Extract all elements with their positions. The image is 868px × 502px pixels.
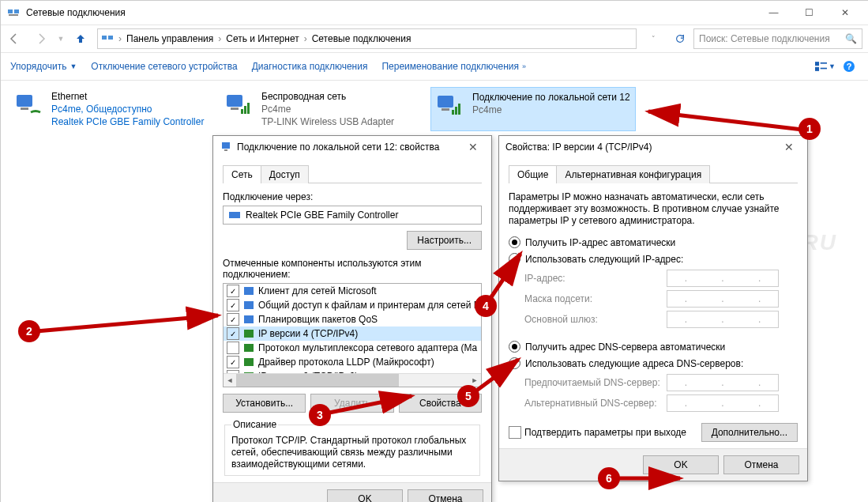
breadcrumb-dropdown[interactable]: ˅ [640,27,667,51]
component-label: IP версии 4 (TCP/IPv4) [258,328,358,339]
listbox-scrollbar-horizontal[interactable]: ◄ ► [224,373,481,387]
component-label: Планировщик пакетов QoS [258,314,378,325]
refresh-button[interactable] [667,27,693,51]
close-icon[interactable]: ✕ [461,141,485,153]
svg-rect-16 [244,106,246,114]
components-listbox[interactable]: ✓Клиент для сетей Microsoft✓Общий доступ… [223,283,482,387]
radio-dns-manual[interactable]: Использовать следующие адреса DNS-сервер… [509,357,798,369]
nav-back-button[interactable] [1,27,28,51]
ipv4-properties-dialog: Свойства: IP версии 4 (TCP/IPv4) ✕ Общие… [498,135,808,481]
tab-general[interactable]: Общие [509,165,557,183]
tab-access[interactable]: Доступ [261,165,309,183]
checkbox-icon[interactable]: ✓ [227,299,239,311]
cancel-button[interactable]: Отмена [408,489,483,502]
checkbox-icon[interactable] [227,342,239,354]
nav-up-button[interactable] [67,27,94,51]
dialog-titlebar[interactable]: Свойства: IP версии 4 (TCP/IPv4) ✕ [499,136,807,158]
component-label: Протокол мультиплексора сетевого адаптер… [258,342,477,353]
breadcrumb-item[interactable]: Сеть и Интернет [226,33,299,44]
protocol-icon [242,342,255,354]
checkbox-icon[interactable]: ✓ [227,285,239,297]
ok-button[interactable]: OK [643,455,719,474]
wifi-icon [434,91,466,123]
connection-item-ethernet[interactable]: Ethernet Pc4me, Общедоступно Realtek PCI… [10,87,214,131]
svg-rect-18 [438,96,453,108]
component-label: Клиент для сетей Microsoft [258,285,377,296]
nav-history-dropdown[interactable]: ▼ [54,27,67,51]
breadcrumb-item[interactable]: Сетевые подключения [312,33,411,44]
subnet-mask-input: ... [667,290,779,308]
close-icon[interactable]: ✕ [777,141,801,153]
view-options-button[interactable]: ▼ [815,56,836,77]
diagnose-button[interactable]: Диагностика подключения [252,61,368,72]
nav-forward-button[interactable] [28,27,54,51]
confirm-label: Подтвердить параметры при выходе [524,427,686,438]
dialog-title: Подключение по локальной сети 12: свойст… [237,142,461,153]
organize-menu[interactable]: Упорядочить▼ [10,61,77,72]
install-button[interactable]: Установить... [223,394,306,413]
help-button[interactable]: ? [839,56,859,77]
dns2-label: Альтернативный DNS-сервер: [524,398,667,409]
connection-name: Беспроводная сеть [261,90,394,103]
component-row[interactable]: ✓IP версии 4 (TCP/IPv4) [224,326,481,341]
svg-rect-12 [21,108,28,110]
adapter-field: Realtek PCIe GBE Family Controller [223,206,482,225]
connection-properties-dialog: Подключение по локальной сети 12: свойст… [212,135,492,502]
rename-button[interactable]: Переименование подключения» [381,61,526,72]
description-text: Протокол TCP/IP. Стандартный протокол гл… [231,435,473,470]
connection-status: Pc4me [261,103,394,115]
breadcrumb[interactable]: › Панель управления › Сеть и Интернет › … [97,28,637,49]
radio-icon [509,357,520,369]
protocol-icon [242,299,255,311]
component-row[interactable]: ✓Общий доступ к файлам и принтерам для с… [224,298,481,312]
component-row[interactable]: ✓Планировщик пакетов QoS [224,312,481,326]
subnet-mask-label: Маска подсети: [524,293,667,304]
protocol-icon [242,313,255,326]
network-icon [220,141,232,153]
checkbox-icon[interactable]: ✓ [227,313,239,326]
search-icon: 🔍 [845,33,857,44]
scroll-left-button[interactable]: ◄ [224,374,236,387]
disable-device-button[interactable]: Отключение сетевого устройства [91,61,237,72]
connection-item-wireless[interactable]: Беспроводная сеть Pc4me TP-LINK Wireless… [220,87,424,131]
breadcrumb-item[interactable]: Панель управления [126,33,213,44]
search-input[interactable]: Поиск: Сетевые подключения 🔍 [693,28,862,49]
tabs: Сеть Доступ [223,164,482,183]
cancel-button[interactable]: Отмена [723,455,799,474]
connection-item-local-12[interactable]: Подключение по локальной сети 12 Pc4me [430,87,636,131]
close-button[interactable]: ✕ [827,1,862,25]
svg-rect-4 [108,36,113,40]
configure-button[interactable]: Настроить... [407,231,482,250]
gateway-input: ... [667,311,779,328]
connections-list: Ethernet Pc4me, Общедоступно Realtek PCI… [1,81,868,138]
component-row[interactable]: ✓Клиент для сетей Microsoft [224,284,481,298]
svg-rect-1 [14,9,19,13]
ok-button[interactable]: OK [327,489,403,502]
component-row[interactable]: Протокол мультиплексора сетевого адаптер… [224,341,481,355]
svg-rect-22 [458,104,460,115]
minimize-button[interactable]: — [756,1,791,25]
svg-rect-27 [244,301,254,309]
ip-address-input: ... [667,270,779,287]
tab-alt-config[interactable]: Альтернативная конфигурация [556,165,710,183]
checkbox-icon[interactable]: ✓ [227,327,239,340]
wifi-icon [224,90,255,122]
tab-network[interactable]: Сеть [223,165,261,183]
dialog-title: Свойства: IP версии 4 (TCP/IPv4) [505,142,777,153]
checkbox-icon[interactable]: ✓ [227,356,239,368]
confirm-checkbox[interactable] [509,426,521,439]
radio-ip-manual[interactable]: Использовать следующий IP-адрес: [509,253,798,265]
dns1-label: Предпочитаемый DNS-сервер: [524,377,667,388]
dns1-input: ... [667,374,779,391]
radio-ip-auto[interactable]: Получить IP-адрес автоматически [509,236,798,248]
step-marker-3: 3 [309,404,331,426]
maximize-button[interactable]: ☐ [791,1,827,25]
connection-device: TP-LINK Wireless USB Adapter [261,115,394,128]
component-row[interactable]: ✓Драйвер протокола LLDP (Майкрософт) [224,355,481,369]
radio-dns-auto[interactable]: Получить адрес DNS-сервера автоматически [509,341,798,353]
svg-text:?: ? [847,62,852,71]
svg-rect-25 [229,212,240,218]
radio-icon [509,341,520,353]
dialog-titlebar[interactable]: Подключение по локальной сети 12: свойст… [213,136,491,158]
advanced-button[interactable]: Дополнительно... [701,423,798,442]
